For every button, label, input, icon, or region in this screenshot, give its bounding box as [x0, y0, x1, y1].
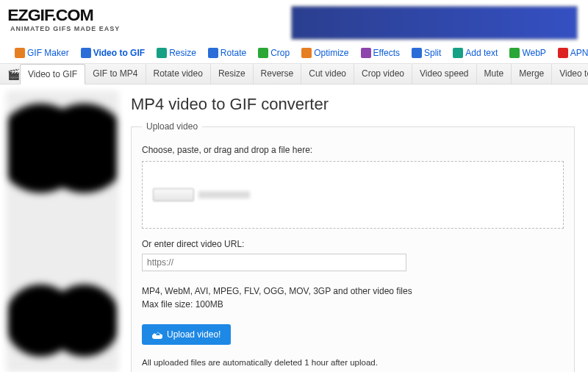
cloud-upload-icon [152, 330, 162, 339]
choose-instruction: Choose, paste, or drag and drop a file h… [142, 145, 564, 155]
upload-button[interactable]: Upload video! [142, 324, 231, 345]
chosen-file-label [198, 191, 250, 198]
nav-optimize-icon [301, 48, 312, 58]
video-url-input[interactable] [142, 254, 406, 271]
sub-video-speed[interactable]: Video speed [412, 64, 477, 84]
logo-text: EZGIF.COM [7, 6, 123, 25]
page-title: MP4 video to GIF converter [131, 95, 575, 114]
nav-gif-maker[interactable]: GIF Maker [10, 46, 74, 60]
main-nav: GIF MakerVideo to GIFResizeRotateCropOpt… [0, 43, 588, 64]
nav-split[interactable]: Split [407, 46, 445, 60]
nav-add-text[interactable]: Add text [448, 46, 502, 60]
nav-resize-label: Resize [169, 48, 196, 58]
formats-line2: Max file size: 100MB [142, 298, 564, 311]
upload-fieldset: Upload video Choose, paste, or drag and … [131, 121, 575, 372]
sub-crop-video[interactable]: Crop video [354, 64, 412, 84]
note-line1: All uploaded files are automatically del… [142, 357, 564, 369]
nav-split-icon [412, 48, 422, 58]
upload-note: All uploaded files are automatically del… [142, 357, 564, 372]
file-dropzone[interactable] [142, 161, 564, 229]
nav-resize[interactable]: Resize [152, 46, 201, 60]
nav-apng-label: APNG [570, 48, 588, 58]
url-label: Or enter direct video URL: [142, 239, 564, 249]
nav-webp-icon [509, 48, 520, 58]
nav-optimize[interactable]: Optimize [297, 46, 353, 60]
sub-rotate-video[interactable]: Rotate video [146, 64, 211, 84]
formats-info: MP4, WebM, AVI, MPEG, FLV, OGG, MOV, 3GP… [142, 285, 564, 311]
sub-merge[interactable]: Merge [512, 64, 552, 84]
nav-rotate-icon [208, 48, 218, 58]
sub-nav: 🎬 Video to GIFGIF to MP4Rotate videoResi… [0, 64, 588, 85]
sub-video-to-gif[interactable]: Video to GIF [20, 64, 85, 85]
formats-line1: MP4, WebM, AVI, MPEG, FLV, OGG, MOV, 3GP… [142, 285, 564, 298]
nav-video-to-gif-label: Video to GIF [93, 48, 145, 58]
nav-gif-maker-icon [15, 48, 25, 58]
nav-video-to-gif[interactable]: Video to GIF [76, 46, 149, 60]
upload-legend: Upload video [142, 121, 202, 132]
film-icon: 🎬 [7, 64, 20, 84]
site-logo[interactable]: EZGIF.COM ANIMATED GIFS MADE EASY [10, 6, 120, 32]
nav-apng[interactable]: APNG [553, 46, 588, 60]
nav-optimize-label: Optimize [314, 48, 348, 58]
nav-webp[interactable]: WebP [505, 46, 550, 60]
nav-crop[interactable]: Crop [254, 46, 294, 60]
nav-add-text-label: Add text [465, 48, 498, 58]
upload-button-label: Upload video! [167, 329, 220, 340]
sub-gif-to-mp4[interactable]: GIF to MP4 [85, 64, 146, 84]
nav-resize-icon [157, 48, 167, 58]
nav-effects-label: Effects [373, 48, 400, 58]
nav-webp-label: WebP [522, 48, 545, 58]
nav-add-text-icon [453, 48, 463, 58]
nav-rotate[interactable]: Rotate [204, 46, 251, 60]
nav-effects[interactable]: Effects [356, 46, 404, 60]
nav-split-label: Split [424, 48, 441, 58]
nav-gif-maker-label: GIF Maker [27, 48, 69, 58]
sidebar-ad[interactable] [0, 85, 125, 372]
sub-mute[interactable]: Mute [477, 64, 512, 84]
sub-cut-video[interactable]: Cut video [301, 64, 354, 84]
sub-resize[interactable]: Resize [211, 64, 254, 84]
nav-rotate-label: Rotate [220, 48, 246, 58]
sub-video-to-jpg[interactable]: Video to JPG [552, 64, 588, 84]
sub-reverse[interactable]: Reverse [254, 64, 302, 84]
nav-video-to-gif-icon [81, 48, 91, 58]
logo-tagline: ANIMATED GIFS MADE EASY [10, 25, 120, 32]
top-ad-banner[interactable] [291, 6, 578, 40]
nav-crop-label: Crop [270, 48, 290, 58]
nav-effects-icon [361, 48, 371, 58]
nav-crop-icon [258, 48, 268, 58]
choose-file-button[interactable] [153, 188, 194, 201]
nav-apng-icon [558, 48, 568, 58]
